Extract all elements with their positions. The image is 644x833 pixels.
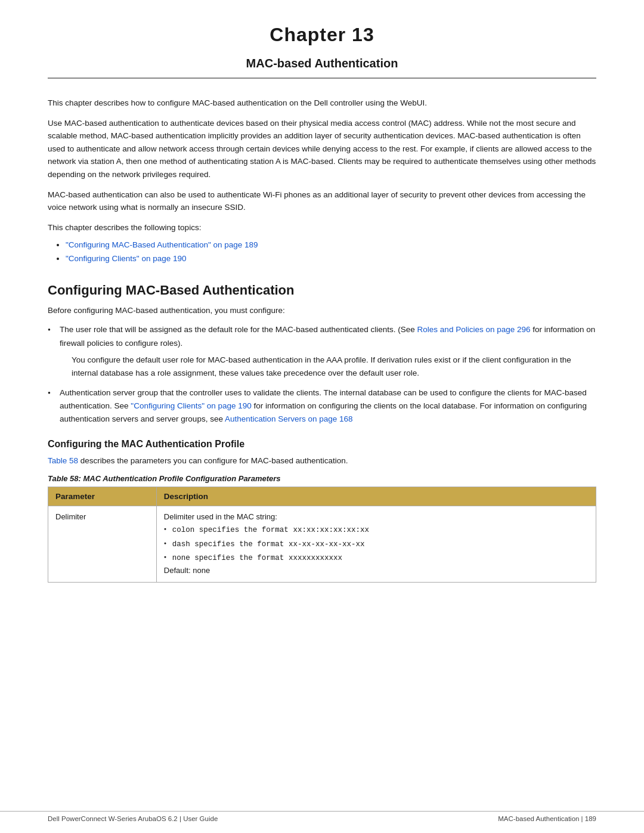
topic-link-2[interactable]: "Configuring Clients" on page 190 (66, 254, 186, 263)
page-container: Chapter 13 MAC-based Authentication This… (0, 0, 644, 833)
table-caption: Table 58: MAC Authentication Profile Con… (48, 474, 596, 483)
footer-left: Dell PowerConnect W-Series ArubaOS 6.2 |… (48, 815, 218, 822)
chapter-subtitle: MAC-based Authentication (48, 57, 596, 70)
section1-bullet-list: The user role that will be assigned as t… (48, 323, 596, 426)
table58-link[interactable]: Table 58 (48, 456, 78, 465)
cell-description: Delimiter used in the MAC string: colon … (156, 506, 596, 582)
mac-auth-table: Parameter Description Delimiter Delimite… (48, 487, 596, 583)
description-intro: Delimiter used in the MAC string: (164, 512, 277, 521)
header-area: Chapter 13 MAC-based Authentication (0, 0, 644, 79)
content-area: This chapter describes how to configure … (0, 79, 644, 630)
table-header: Parameter Description (48, 487, 596, 506)
configuring-clients-link[interactable]: "Configuring Clients" on page 190 (131, 401, 251, 410)
roles-policies-link[interactable]: Roles and Policies on page 296 (417, 325, 531, 334)
desc-bullet-1: colon specifies the format xx:xx:xx:xx:x… (172, 526, 369, 534)
subsection-intro-after: describes the parameters you can configu… (78, 456, 348, 465)
list-item: dash specifies the format xx-xx-xx-xx-xx… (164, 537, 589, 551)
list-item: none specifies the format xxxxxxxxxxxx (164, 551, 589, 565)
table-row: Delimiter Delimiter used in the MAC stri… (48, 506, 596, 582)
subsection-heading: Configuring the MAC Authentication Profi… (48, 439, 596, 450)
auth-servers-link[interactable]: Authentication Servers on page 168 (225, 414, 353, 423)
footer: Dell PowerConnect W-Series ArubaOS 6.2 |… (0, 811, 644, 822)
list-item: colon specifies the format xx:xx:xx:xx:x… (164, 523, 589, 537)
footer-right: MAC-based Authentication | 189 (498, 815, 596, 822)
list-item: "Configuring MAC-Based Authentication" o… (66, 239, 596, 252)
section1-heading: Configuring MAC-Based Authentication (48, 283, 596, 298)
desc-bullet-2: dash specifies the format xx-xx-xx-xx-xx… (172, 540, 365, 549)
description-default: Default: none (164, 566, 210, 575)
table-header-row: Parameter Description (48, 487, 596, 506)
bullet1-indented: You configure the default user role for … (72, 354, 596, 380)
table-body: Delimiter Delimiter used in the MAC stri… (48, 506, 596, 582)
topics-intro: This chapter describes the following top… (48, 221, 596, 234)
list-item: Authentication server group that the con… (48, 386, 596, 426)
col-header-description: Description (156, 487, 596, 506)
desc-bullet-3: none specifies the format xxxxxxxxxxxx (172, 554, 342, 562)
subsection-intro: Table 58 describes the parameters you ca… (48, 454, 596, 467)
intro-paragraph-1: This chapter describes how to configure … (48, 97, 596, 110)
table-caption-text: Table 58: MAC Authentication Profile Con… (48, 474, 281, 483)
section1-intro: Before configuring MAC-based authenticat… (48, 304, 596, 317)
list-item: The user role that will be assigned as t… (48, 323, 596, 380)
topic-link-1[interactable]: "Configuring MAC-Based Authentication" o… (66, 240, 258, 249)
bullet1-text-before: The user role that will be assigned as t… (60, 325, 417, 334)
col-header-parameter: Parameter (48, 487, 157, 506)
chapter-title: Chapter 13 (48, 24, 596, 46)
cell-parameter: Delimiter (48, 506, 157, 582)
list-item: "Configuring Clients" on page 190 (66, 252, 596, 266)
description-bullet-list: colon specifies the format xx:xx:xx:xx:x… (164, 523, 589, 565)
intro-paragraph-3: MAC-based authentication can also be use… (48, 188, 596, 214)
intro-paragraph-2: Use MAC-based authentication to authenti… (48, 117, 596, 181)
topics-list: "Configuring MAC-Based Authentication" o… (66, 239, 596, 266)
